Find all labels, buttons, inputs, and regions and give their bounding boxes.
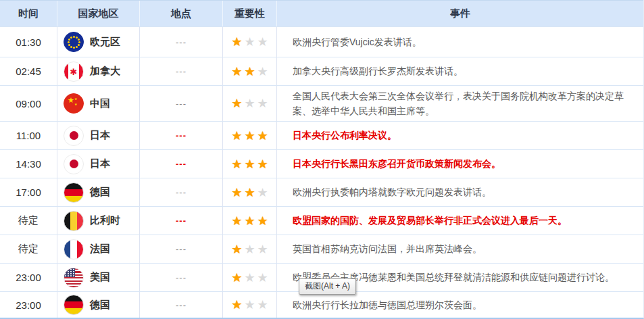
star-icon [244,130,255,142]
country-name: 法国 [90,243,110,255]
star-icon [231,66,242,78]
country-cell: 加拿大 [57,57,140,85]
country-cell: 德国 [57,178,140,206]
star-icon [244,215,255,227]
country-name: 德国 [90,299,110,312]
importance-rating [231,158,268,170]
star-icon [257,130,268,142]
country-name: 德国 [90,186,110,199]
star-icon [257,36,268,48]
event-description: 欧洲央行管委Vujcic发表讲话。 [277,27,643,57]
star-icon [257,158,268,170]
country-name: 比利时 [90,214,120,227]
importance-cell [223,264,277,291]
table-row: 待定 比利时 --- 欧盟国家的国防、发展及贸易部长举行非正式会议进入最后一天。 [0,206,643,235]
country-name: 美国 [90,271,110,284]
star-icon [231,299,242,311]
event-time: 11:00 [0,122,57,149]
country-name: 中国 [90,97,110,110]
screenshot-tooltip: 截图(Alt + A) [299,278,356,295]
table-row: 11:00 日本 --- 日本央行公布利率决议。 [0,121,643,149]
country-cell: 比利时 [57,207,140,235]
country-cell: 中国 [57,86,140,121]
event-location: --- [140,207,223,235]
star-icon [231,36,242,48]
importance-cell [223,57,277,85]
event-location: --- [140,292,223,318]
importance-rating [231,272,268,284]
event-time: 23:00 [0,292,57,318]
importance-cell [223,27,277,57]
star-icon [244,187,255,199]
importance-cell [223,122,277,149]
table-header-row: 时间 国家地区 地点 重要性 事件 [0,0,643,26]
country-name: 欧元区 [90,36,120,49]
star-icon [257,187,268,199]
column-header-event: 事件 [277,1,643,26]
event-location: --- [140,86,223,121]
table-row: 09:00 中国 --- 全国人民代表大会第三次全体会议举行，表决关于国务院机构… [0,85,643,121]
star-icon [231,158,242,170]
importance-rating [231,187,268,199]
table-row: 待定 法国 --- 英国首相苏纳克访问法国，并出席英法峰会。 [0,235,643,263]
event-location: --- [140,150,223,178]
event-location: --- [140,235,223,263]
event-time: 09:00 [0,86,57,121]
event-description: 欧洲央行执委帕内塔就数字欧元问题发表讲话。 [277,178,643,206]
event-description: 英国首相苏纳克访问法国，并出席英法峰会。 [277,235,643,263]
star-icon [231,97,242,109]
country-flag-icon [64,126,84,146]
star-icon [257,272,268,284]
economic-calendar-table: 时间 国家地区 地点 重要性 事件 01:30 欧元区 --- 欧洲央行管委Vu… [0,0,644,319]
importance-rating [231,299,268,311]
country-flag-icon [64,154,84,174]
event-time: 待定 [0,235,57,263]
table-row: 23:00 德国 --- 欧洲央行行长拉加德与德国总理朔尔茨会面。 [0,291,643,318]
country-flag-icon [64,239,84,260]
star-icon [257,97,268,109]
country-cell: 欧元区 [57,27,140,57]
importance-rating [231,215,268,227]
importance-rating [231,243,268,255]
importance-rating [231,36,268,48]
column-header-location: 地点 [140,1,223,26]
star-icon [244,36,255,48]
column-header-country: 国家地区 [57,1,140,26]
event-description: 日本央行公布利率决议。 [277,122,643,149]
country-cell: 日本 [57,122,140,149]
country-name: 日本 [90,129,110,142]
event-time: 02:45 [0,57,57,85]
star-icon [244,299,255,311]
importance-cell [223,207,277,235]
country-flag-icon [64,211,84,231]
event-location: --- [140,122,223,149]
star-icon [244,66,255,78]
star-icon [244,243,255,255]
star-icon [231,243,242,255]
country-flag-icon [64,182,84,203]
column-header-time: 时间 [0,1,57,26]
event-location: --- [140,264,223,291]
importance-rating [231,97,268,109]
event-location: --- [140,178,223,206]
star-icon [257,215,268,227]
event-location: --- [140,57,223,85]
event-time: 17:00 [0,178,57,206]
star-icon [257,66,268,78]
importance-cell [223,292,277,318]
star-icon [244,158,255,170]
country-flag-icon [64,268,84,288]
country-cell: 德国 [57,292,140,318]
star-icon [231,272,242,284]
importance-rating [231,66,268,78]
column-header-importance: 重要性 [223,1,277,26]
star-icon [257,243,268,255]
star-icon [257,299,268,311]
event-description: 加拿大央行高级副行长罗杰斯发表讲话。 [277,57,643,85]
event-location: --- [140,27,223,57]
table-row: 02:45 加拿大 --- 加拿大央行高级副行长罗杰斯发表讲话。 [0,57,643,85]
country-flag-icon [64,62,84,82]
country-name: 加拿大 [90,65,120,78]
event-description: 欧洲央行行长拉加德与德国总理朔尔茨会面。 [277,292,643,318]
star-icon [231,130,242,142]
